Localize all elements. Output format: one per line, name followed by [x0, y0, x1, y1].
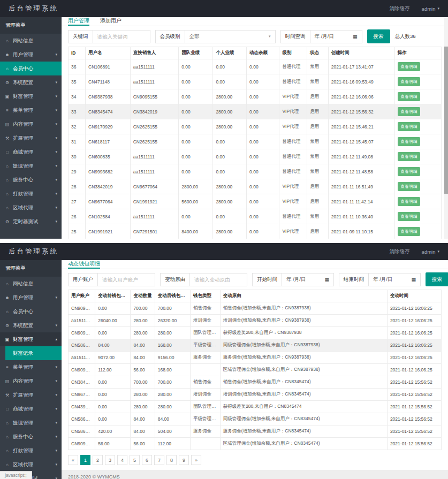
filter-bar: 用户账户 变动原由 开始时间 年 /月/日 ▦ 结束时间	[62, 269, 448, 290]
table-row: 34CN9387938CN90951550.002800.000.00VIP代理…	[69, 89, 442, 104]
date-value: 年 /月/日	[373, 276, 392, 283]
tab-wallet-detail[interactable]: 动态钱包明细	[68, 260, 100, 269]
sidebar-item-regional-agent[interactable]: ⌂区域代理▾	[0, 201, 62, 215]
view-details-button[interactable]: 查看明细	[398, 212, 420, 221]
action-cell: 查看明细	[394, 134, 441, 149]
sidebar-item-system-config[interactable]: ⚙系统配置▾	[0, 75, 62, 89]
view-details-button[interactable]: 查看明细	[398, 152, 420, 161]
pagination-page-8[interactable]: 8	[166, 455, 177, 465]
table-cell: 700.00	[131, 376, 155, 389]
sidebar-item-mall-management[interactable]: □商城管理▾	[0, 402, 62, 416]
home-icon: ⌂	[4, 164, 10, 169]
column-header: 个人业绩	[213, 47, 247, 59]
date-input[interactable]: 年 /月/日 ▦	[310, 31, 362, 43]
sidebar-item-menu-management[interactable]: ≡菜单管理▾	[0, 360, 62, 374]
sidebar-item-label: 区域代理	[13, 461, 33, 468]
home-icon: ⌂	[4, 421, 10, 425]
view-details-button[interactable]: 查看明细	[398, 167, 420, 176]
scrollbar[interactable]	[444, 17, 448, 239]
pagination-page-7[interactable]: 7	[154, 455, 164, 465]
end-date-input[interactable]: 年 /月/日 ▦	[369, 273, 420, 286]
pagination-page-4[interactable]: 4	[117, 455, 127, 465]
sidebar-item-site-info[interactable]: ⌂网站信息	[0, 34, 62, 48]
sidebar-item-regional-agent[interactable]: ⌂区域代理▾	[0, 458, 62, 472]
pagination-page-3[interactable]: 3	[105, 455, 115, 465]
table-cell: 2021-01-12 16:06:25	[387, 364, 441, 376]
view-details-button[interactable]: 查看明细	[398, 137, 420, 146]
sidebar-item-withdrawal-management[interactable]: ⌂提现管理▾	[0, 416, 62, 430]
sidebar-item-label: 提现管理	[13, 420, 33, 427]
sidebar-item-member-center[interactable]: ⌂会员中心	[0, 305, 62, 318]
table-cell: 2800.00	[179, 179, 213, 194]
clear-cache-link[interactable]: 清除缓存	[390, 248, 410, 255]
sidebar-item-extension-management[interactable]: ⚒扩展管理▾	[0, 388, 62, 402]
table-cell: 2021-01-16 09:53:49	[328, 74, 394, 89]
view-details-button[interactable]: 查看明细	[398, 77, 420, 86]
app-title: 后台管理系统	[9, 247, 58, 256]
sidebar-item-menu-management[interactable]: ≡菜单管理▾	[0, 103, 62, 117]
view-details-button[interactable]: 查看明细	[398, 92, 420, 101]
clear-cache-link[interactable]: 清除缓存	[390, 5, 410, 12]
list-icon: ≡	[4, 365, 10, 370]
sidebar-item-wealth-management[interactable]: ▣财富管理▾	[0, 89, 62, 103]
pagination-page-6[interactable]: 6	[142, 455, 152, 465]
tab-user-management[interactable]: 用户管理	[68, 17, 89, 26]
start-date-input[interactable]: 年 /月/日 ▦	[282, 273, 333, 286]
action-cell: 查看明细	[394, 89, 441, 104]
sidebar-item-extension-management[interactable]: ⚒扩展管理▾	[0, 131, 62, 145]
table-cell: 0.00	[247, 59, 279, 74]
sidebar-item-payment-management[interactable]: ⌂打款管理▾	[0, 444, 62, 458]
tab-add-user[interactable]: 添加用户	[100, 17, 122, 26]
account-input[interactable]	[98, 273, 155, 286]
pagination-prev[interactable]: «	[68, 455, 78, 465]
column-header: 变动前钱包金额	[95, 290, 131, 302]
table-cell: 启用	[307, 194, 329, 209]
table-cell: 84.00	[131, 413, 155, 425]
chevron-down-icon: ▾	[55, 206, 57, 210]
level-select[interactable]: 全部 ▾	[185, 31, 275, 43]
sidebar-item-payment-management[interactable]: ⌂打款管理▾	[0, 187, 62, 201]
sidebar-item-wealth-management[interactable]: ▣财富管理▴	[0, 332, 62, 346]
pagination-next[interactable]: »	[191, 455, 201, 465]
search-button[interactable]: 搜索	[426, 272, 448, 286]
table-cell: 280.00	[155, 401, 190, 413]
admin-menu[interactable]: admin ▾	[422, 6, 439, 12]
table-cell: 2800.00	[213, 194, 247, 209]
sidebar-subitem-wealth-records[interactable]: 财富记录	[5, 346, 62, 360]
search-button[interactable]: 搜索	[367, 29, 390, 43]
scrollbar-thumb[interactable]	[444, 47, 448, 194]
sidebar-item-mall-management[interactable]: □商城管理▾	[0, 145, 62, 159]
table-cell: CN9677064	[130, 179, 179, 194]
view-details-button[interactable]: 查看明细	[398, 197, 420, 206]
topbar-actions: 清除缓存 admin ▾	[390, 5, 439, 12]
sidebar-item-system-config[interactable]: ⚙系统配置▾	[0, 318, 62, 332]
view-details-button[interactable]: 查看明细	[398, 182, 420, 191]
admin-menu[interactable]: admin ▾	[422, 249, 439, 255]
topbar: 后台管理系统 清除缓存 admin ▾	[0, 0, 448, 17]
pagination-page-2[interactable]: 2	[93, 455, 103, 465]
keyword-input[interactable]	[93, 31, 150, 43]
view-details-button[interactable]: 查看明细	[398, 62, 420, 71]
action-cell: 查看明细	[394, 164, 441, 179]
sidebar-item-user-management[interactable]: ☻用户管理▾	[0, 291, 62, 305]
sidebar-item-member-center[interactable]: ⌂会员中心	[0, 62, 62, 75]
pagination-page-5[interactable]: 5	[130, 455, 140, 465]
pagination-page-9[interactable]: 9	[179, 455, 189, 465]
table-cell: 销售佣金(增加余额,来自用户：CN9387938)	[220, 302, 387, 315]
sidebar-item-content-management[interactable]: ▤内容管理▾	[0, 374, 62, 388]
sidebar-item-timer-test[interactable]: ⚙定时器测试▾	[0, 215, 62, 229]
sidebar-item-withdrawal-management[interactable]: ⌂提现管理▾	[0, 159, 62, 173]
sidebar-item-service-center[interactable]: ⌂服务中心▾	[0, 173, 62, 187]
view-details-button[interactable]: 查看明细	[398, 122, 420, 131]
wallet-table-wrap: 用户账户变动前钱包金额变动数量变动后钱包金额钱包类型变动原由变动时间 CN909…	[62, 290, 448, 450]
pagination-page-1[interactable]: 1	[80, 455, 90, 465]
chevron-down-icon: ▾	[55, 94, 57, 98]
view-details-button[interactable]: 查看明细	[398, 107, 420, 116]
view-details-button[interactable]: 查看明细	[398, 227, 420, 236]
sidebar-item-user-management[interactable]: ☻用户管理▾	[0, 48, 62, 62]
sidebar-item-site-info[interactable]: ⌂网站信息	[0, 277, 62, 291]
reason-input[interactable]	[190, 273, 247, 286]
action-cell: 查看明细	[394, 209, 441, 224]
sidebar-item-service-center[interactable]: ⌂服务中心▾	[0, 430, 62, 444]
sidebar-item-content-management[interactable]: ▤内容管理▾	[0, 117, 62, 131]
